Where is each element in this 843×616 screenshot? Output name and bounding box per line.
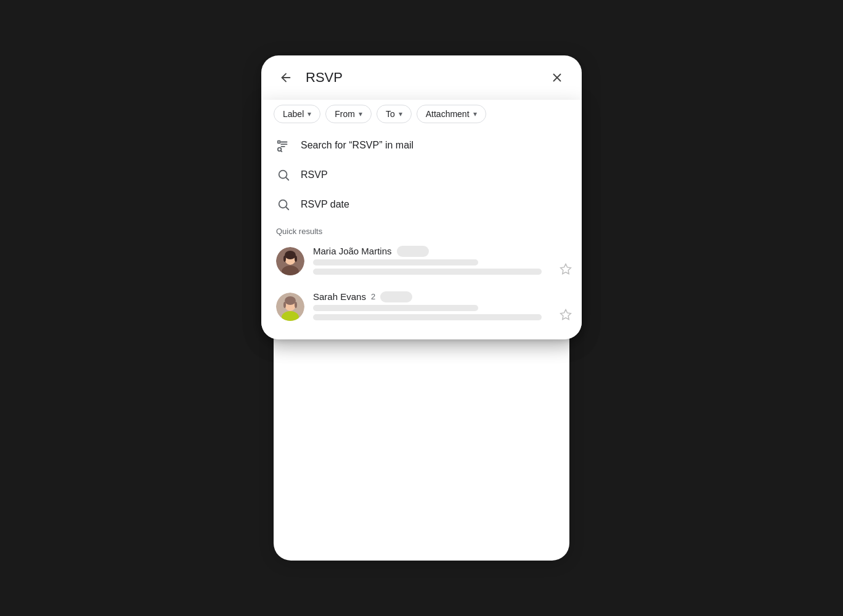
screen-container: Label ▾ From ▾ To ▾ Attachment ▾ [261, 55, 582, 561]
attachment-chip-label: Attachment [426, 109, 470, 119]
attachment-chip-arrow: ▾ [473, 110, 477, 118]
avatar-img-maria [276, 247, 304, 275]
result-date-badge-sarah [380, 291, 412, 302]
search-back-button[interactable] [274, 65, 298, 90]
svg-rect-12 [278, 141, 280, 144]
result-line-2-maria [313, 269, 542, 275]
to-chip-label: To [386, 109, 395, 119]
label-chip[interactable]: Label ▾ [274, 105, 320, 123]
svg-marker-25 [561, 264, 571, 274]
from-chip-arrow: ▾ [359, 110, 362, 118]
label-chip-arrow: ▾ [307, 110, 311, 118]
result-item-maria[interactable]: Maria João Martins [261, 238, 582, 284]
svg-line-16 [286, 177, 288, 180]
search-dropdown: Label ▾ From ▾ To ▾ Attachment ▾ [261, 100, 582, 339]
rsvp-suggestion-text: RSVP [301, 169, 328, 180]
result-header-maria: Maria João Martins [313, 245, 567, 257]
rsvp-date-suggestion-text: RSVP date [301, 199, 349, 210]
suggestion-list: Search for “RSVP” in mail RSVP [261, 131, 582, 219]
search-in-mail-text: Search for “RSVP” in mail [301, 140, 413, 151]
result-line-2-sarah [313, 314, 542, 320]
result-date-badge-maria [397, 246, 429, 257]
result-item-sarah[interactable]: Sarah Evans 2 [261, 284, 582, 330]
svg-line-14 [281, 150, 282, 152]
svg-point-31 [295, 302, 297, 308]
search-input[interactable] [306, 70, 537, 86]
search-mail-icon [276, 138, 291, 153]
to-chip-arrow: ▾ [399, 110, 402, 118]
search-input-area [306, 70, 537, 86]
quick-results-label: Quick results [261, 219, 582, 238]
result-name-maria: Maria João Martins [313, 246, 392, 256]
search-icon-1 [276, 168, 291, 182]
to-chip[interactable]: To ▾ [377, 105, 412, 123]
svg-point-17 [279, 200, 287, 208]
search-bar [261, 55, 582, 100]
result-content-maria: Maria João Martins [313, 245, 567, 278]
star-button-sarah[interactable] [560, 309, 572, 321]
avatar-img-sarah [276, 293, 304, 321]
attachment-chip[interactable]: Attachment ▾ [417, 105, 486, 123]
search-back-icon [279, 71, 293, 84]
search-clear-button[interactable] [545, 65, 569, 90]
avatar-maria [276, 247, 304, 275]
search-overlay: Label ▾ From ▾ To ▾ Attachment ▾ [261, 55, 582, 339]
svg-point-23 [295, 256, 297, 262]
svg-point-15 [279, 171, 287, 179]
svg-point-29 [285, 296, 296, 305]
svg-point-22 [283, 256, 286, 262]
star-button-maria[interactable] [560, 263, 572, 275]
suggestion-rsvp-date[interactable]: RSVP date [261, 190, 582, 219]
svg-marker-32 [561, 310, 571, 320]
star-icon-maria [560, 263, 572, 275]
label-chip-label: Label [283, 109, 304, 119]
result-line-1-sarah [313, 305, 478, 311]
svg-line-18 [286, 207, 288, 209]
result-name-sarah: Sarah Evans [313, 291, 366, 302]
suggestion-search-in-mail[interactable]: Search for “RSVP” in mail [261, 131, 582, 160]
result-count-sarah: 2 [371, 292, 375, 301]
result-line-1-maria [313, 259, 478, 265]
search-icon-2 [276, 197, 291, 212]
result-header-sarah: Sarah Evans 2 [313, 290, 567, 302]
avatar-sarah [276, 293, 304, 321]
clear-icon [550, 71, 564, 84]
suggestion-rsvp[interactable]: RSVP [261, 160, 582, 190]
svg-point-21 [285, 251, 296, 259]
star-icon-sarah [560, 309, 572, 321]
result-content-sarah: Sarah Evans 2 [313, 290, 567, 323]
filter-chips: Label ▾ From ▾ To ▾ Attachment ▾ [261, 100, 582, 131]
from-chip-label: From [335, 109, 355, 119]
from-chip[interactable]: From ▾ [325, 105, 372, 123]
svg-point-30 [283, 302, 286, 308]
